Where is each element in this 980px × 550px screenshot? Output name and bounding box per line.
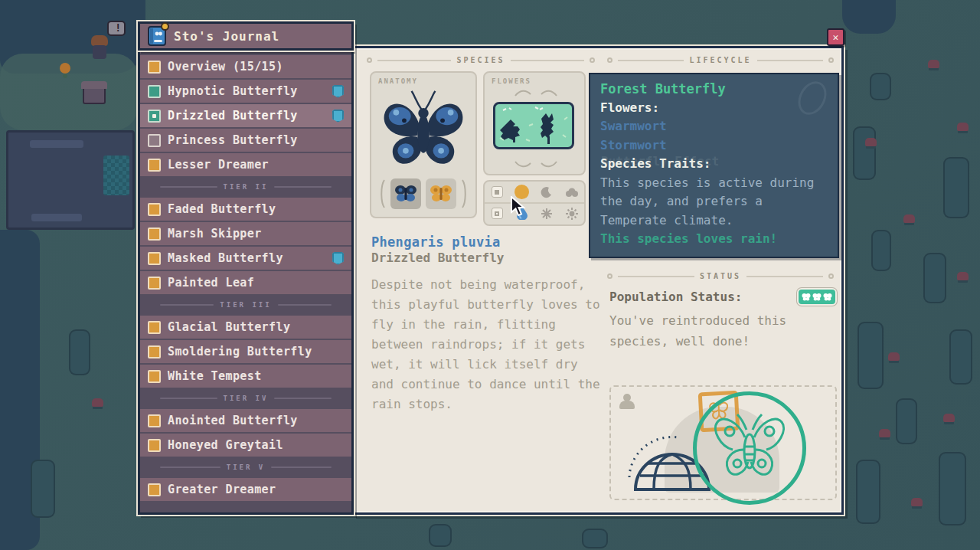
species-swatch-icon <box>148 134 161 147</box>
sidebar-item-white-tempest[interactable]: White Tempest <box>140 365 351 388</box>
species-common-name: Drizzled Butterfly <box>371 250 504 265</box>
flower-cluster <box>943 414 955 422</box>
sidebar-item-label: Glacial Butterfly <box>168 320 290 334</box>
swirl-top-icon <box>485 88 584 97</box>
person-silhouette-icon <box>619 394 635 409</box>
species-swatch-icon <box>148 414 161 427</box>
sidebar-item-glacial-butterfly[interactable]: Glacial Butterfly <box>140 316 351 339</box>
anatomy-box: ANATOMY <box>370 71 477 218</box>
status-message: You've reintroduced this species, well d… <box>609 310 831 352</box>
species-swatch-icon <box>148 370 161 383</box>
population-status-row: Population Status: <box>609 288 837 306</box>
sidebar-item-lesser-dreamer[interactable]: Lesser Dreamer <box>140 153 351 176</box>
species-swatch-icon <box>148 277 161 290</box>
sidebar-item-hypnotic-butterfly[interactable]: Hypnotic Butterfly <box>140 80 351 103</box>
sidebar-item-label: Overview (15/15) <box>168 60 283 74</box>
species-swatch-icon <box>148 228 161 241</box>
butterfly-glyph-icon <box>823 293 832 301</box>
tree <box>923 253 946 303</box>
sidebar-item-smoldering-butterfly[interactable]: Smoldering Butterfly <box>140 340 351 363</box>
tier-divider-label: TIER III <box>220 301 271 309</box>
tier-divider-label: TIER V <box>227 463 266 471</box>
tooltip-title: Forest Butterfly <box>600 80 828 99</box>
species-swatch-icon <box>148 159 161 172</box>
species-swatch-icon <box>148 321 161 334</box>
tree <box>943 157 969 218</box>
tree <box>429 524 452 547</box>
dry-sun-icon[interactable] <box>560 208 585 220</box>
sidebar-item-princess-butterfly[interactable]: Princess Butterfly <box>140 129 351 152</box>
lifecycle-ghost-text: Butterfly Effect <box>601 152 719 172</box>
sidebar-item-label: Painted Leaf <box>168 276 254 290</box>
small-hut <box>83 86 106 104</box>
sidebar-item-marsh-skipper[interactable]: Marsh Skipper <box>140 222 351 245</box>
sidebar-item-label: Lesser Dreamer <box>168 158 269 172</box>
wooden-platform <box>6 130 135 230</box>
weather-chip-icon[interactable] <box>485 208 510 219</box>
sidebar-item-painted-leaf[interactable]: Painted Leaf <box>140 271 351 294</box>
species-swatch-icon <box>148 439 161 452</box>
flower-cluster <box>879 429 890 437</box>
flower-cluster <box>865 138 877 146</box>
sidebar-item-label: Princess Butterfly <box>168 133 298 147</box>
tree <box>896 398 917 444</box>
sidebar-item-masked-butterfly[interactable]: Masked Butterfly <box>140 247 351 270</box>
butterfly-glyph-icon <box>812 293 822 301</box>
sidebar-item-greater-dreamer[interactable]: Greater Dreamer <box>140 478 351 501</box>
variant-blue-button[interactable] <box>390 178 421 209</box>
snow-icon[interactable] <box>534 208 560 220</box>
journal-titlebar: Sto's Journal <box>138 21 354 51</box>
tree <box>870 73 891 100</box>
tier-divider-label: TIER II <box>224 183 269 191</box>
sidebar-item-label: Masked Butterfly <box>168 251 283 265</box>
tier-divider: TIER V <box>140 458 351 476</box>
journal-title: Sto's Journal <box>174 29 279 44</box>
blue-butterfly-icon <box>394 184 417 204</box>
tree <box>858 322 884 389</box>
close-button[interactable]: ✕ <box>827 28 844 46</box>
species-swatch-icon <box>148 483 161 496</box>
species-scientific-name: Phengaris pluvia <box>371 234 501 250</box>
flowers-label: FLOWERS <box>492 77 531 85</box>
status-section-header: STATUS <box>607 272 834 280</box>
tree <box>31 460 55 518</box>
time-chip-icon[interactable] <box>485 186 510 198</box>
species-section-label: SPECIES <box>456 56 505 64</box>
journal-book-icon <box>148 26 166 46</box>
night-moon-icon[interactable] <box>534 186 560 198</box>
species-description: Despite not being waterproof, this playf… <box>371 275 604 414</box>
tree <box>69 329 90 375</box>
tooltip-flowers-heading: Flowers: <box>600 99 828 118</box>
npc-character <box>90 35 109 60</box>
reintroduced-shield-icon <box>332 85 344 98</box>
bracket-left-icon <box>379 178 386 209</box>
species-swatch-icon <box>148 61 161 74</box>
flower-habitat-screen <box>493 102 574 149</box>
sidebar-item-anointed-butterfly[interactable]: Anointed Butterfly <box>140 409 351 432</box>
notification-dot-icon <box>161 22 169 31</box>
sidebar-item-honeyed-greytail[interactable]: Honeyed Greytail <box>140 434 351 457</box>
tooltip-traits-text: This species is active during the day, a… <box>600 174 828 231</box>
climate-cloud-icon[interactable] <box>560 188 585 197</box>
tier-divider: TIER III <box>140 296 351 314</box>
tree <box>871 230 891 271</box>
tree <box>582 529 608 548</box>
traits-icon-box <box>483 180 586 226</box>
variant-orange-button[interactable] <box>426 178 456 209</box>
tier-divider-label: TIER IV <box>224 394 269 402</box>
variant-row <box>376 178 471 209</box>
sidebar-item-overview-15-15[interactable]: Overview (15/15) <box>140 55 351 78</box>
flower-cluster <box>957 272 969 280</box>
population-status-badge <box>797 288 837 306</box>
species-section-header: SPECIES <box>367 56 595 64</box>
lifecycle-section-header: LIFECYCLE <box>607 56 834 64</box>
sidebar-item-faded-butterfly[interactable]: Faded Butterfly <box>140 198 351 221</box>
tooltip-flower-link: Swarmwort <box>600 117 828 136</box>
sidebar-item-drizzled-butterfly[interactable]: Drizzled Butterfly <box>140 104 351 127</box>
species-tooltip: Butterfly Effect Forest Butterfly Flower… <box>589 73 839 258</box>
flower-cluster <box>888 352 900 361</box>
sidebar-item-label: Faded Butterfly <box>168 202 276 216</box>
sidebar-item-label: Anointed Butterfly <box>168 414 298 427</box>
flower-cluster <box>928 60 939 68</box>
journal-main-panel: SPECIES ANATOMY <box>352 46 844 515</box>
